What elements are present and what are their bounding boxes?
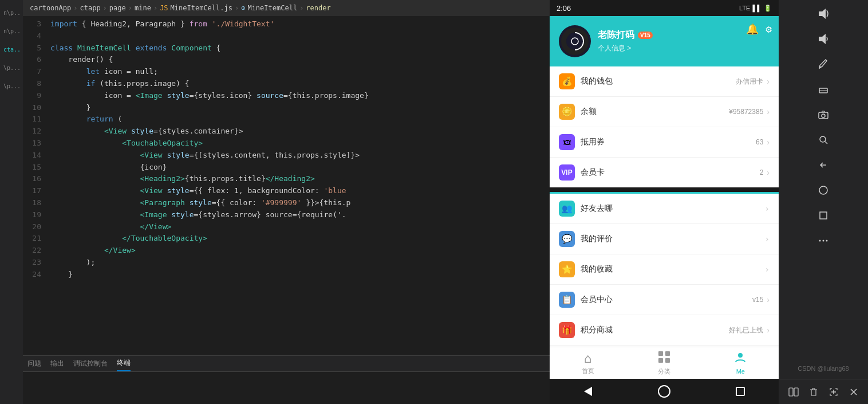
category-icon bbox=[658, 351, 670, 366]
svg-point-15 bbox=[819, 240, 821, 242]
coupon-icon: 🎟 bbox=[559, 134, 575, 150]
favorites-item[interactable]: ⭐ 我的收藏 › bbox=[550, 254, 779, 285]
nav-home[interactable]: ⌂ 首页 bbox=[550, 351, 626, 375]
svg-point-16 bbox=[823, 240, 824, 242]
me-icon bbox=[734, 351, 747, 367]
back-button[interactable] bbox=[581, 385, 595, 398]
profile-info: 老陈打码 V15 个人信息 > bbox=[598, 29, 653, 53]
points-item[interactable]: 🎁 积分商城 好礼已上线 › bbox=[550, 315, 779, 346]
home-icon: ⌂ bbox=[584, 351, 591, 366]
code-content[interactable]: 34567 89101112 1314151617 1819202122 232… bbox=[23, 16, 550, 355]
coupon-item[interactable]: 🎟 抵用券 63 › bbox=[550, 127, 779, 158]
settings-icon[interactable]: ⚙ bbox=[766, 23, 772, 35]
review-icon: 💬 bbox=[559, 231, 575, 247]
friends-item[interactable]: 👥 好友去哪 › bbox=[550, 194, 779, 224]
tab-terminal[interactable]: 终端 bbox=[117, 356, 131, 371]
member-item[interactable]: 📋 会员中心 v15 › bbox=[550, 285, 779, 315]
status-icons: LTE ▌▌ 🔋 bbox=[739, 5, 772, 12]
back-icon[interactable] bbox=[814, 156, 833, 174]
code-text[interactable]: import { Heading2, Paragraph } from './W… bbox=[46, 16, 550, 355]
wallet-label: 我的钱包 bbox=[581, 76, 730, 87]
phone-simulator: 2:06 LTE ▌▌ 🔋 🔔 ⚙ bbox=[550, 0, 779, 404]
me-label: Me bbox=[736, 368, 745, 375]
camera-icon[interactable] bbox=[814, 105, 833, 124]
sidebar-item-2[interactable]: n\p... bbox=[1, 23, 22, 39]
breadcrumb: cartoonApp › ctapp › page › mine › JS Mi… bbox=[23, 0, 550, 16]
favorites-label: 我的收藏 bbox=[581, 264, 759, 274]
breadcrumb-mine: mine bbox=[135, 4, 151, 12]
support-item[interactable]: 🎧 客服中心 › bbox=[550, 346, 779, 347]
search-icon[interactable] bbox=[814, 131, 833, 149]
svg-point-17 bbox=[826, 240, 828, 242]
eraser-icon[interactable] bbox=[814, 80, 833, 99]
volume-up-icon[interactable] bbox=[814, 5, 833, 23]
menu-list: 👥 好友去哪 › 💬 我的评价 › ⭐ 我的收藏 › 📋 会员中心 v15 › bbox=[550, 194, 779, 347]
review-chevron: › bbox=[765, 234, 770, 244]
nav-me[interactable]: Me bbox=[703, 351, 779, 375]
wallet-item[interactable]: 💰 我的钱包 办信用卡 › bbox=[550, 66, 779, 97]
pen-icon[interactable] bbox=[814, 55, 833, 73]
line-14: <View style={[styles.content, this.props… bbox=[46, 150, 550, 162]
line-11: return ( bbox=[46, 113, 550, 125]
coupon-chevron: › bbox=[767, 138, 770, 147]
line-23: ); bbox=[46, 257, 550, 269]
square-icon[interactable] bbox=[814, 206, 833, 225]
home-button[interactable] bbox=[657, 385, 671, 398]
review-item[interactable]: 💬 我的评价 › bbox=[550, 224, 779, 254]
vip-card-item[interactable]: VIP 会员卡 2 › bbox=[550, 158, 779, 187]
expand-icon[interactable] bbox=[826, 384, 842, 400]
terminal-content[interactable] bbox=[23, 372, 550, 404]
vip-label: 会员卡 bbox=[581, 167, 754, 178]
line-numbers: 34567 89101112 1314151617 1819202122 232… bbox=[23, 16, 46, 355]
profile-subtitle[interactable]: 个人信息 > bbox=[598, 44, 653, 53]
vip-icon: VIP bbox=[559, 164, 575, 181]
svg-rect-2 bbox=[658, 351, 663, 356]
recents-button[interactable] bbox=[733, 385, 747, 398]
home-label: 首页 bbox=[582, 367, 594, 375]
svg-rect-3 bbox=[665, 351, 670, 356]
sidebar-item-4[interactable]: \p... bbox=[1, 60, 22, 76]
line-24: } bbox=[46, 269, 550, 281]
notification-icon[interactable]: 🔔 bbox=[746, 23, 759, 35]
svg-rect-19 bbox=[794, 388, 798, 396]
bottom-panel: 问题 输出 调试控制台 终端 bbox=[23, 355, 550, 404]
breadcrumb-js-icon: JS bbox=[160, 4, 168, 12]
circle-icon[interactable] bbox=[814, 181, 833, 199]
balance-item[interactable]: 🪙 余额 ¥95872385 › bbox=[550, 97, 779, 127]
sidebar-item-5[interactable]: \p... bbox=[1, 78, 22, 94]
sidebar-item-3[interactable]: cta... bbox=[1, 41, 22, 57]
balance-chevron: › bbox=[767, 107, 770, 116]
profile-header: 🔔 ⚙ 老陈打码 V15 个人信息 > bbox=[550, 16, 779, 66]
svg-point-12 bbox=[820, 136, 826, 142]
vip-right: 2 › bbox=[760, 168, 770, 177]
delete-icon[interactable] bbox=[806, 384, 822, 400]
vip-chevron: › bbox=[767, 168, 770, 177]
volume-down-icon[interactable] bbox=[814, 30, 833, 48]
member-label: 会员中心 bbox=[581, 295, 747, 305]
tab-debug-console[interactable]: 调试控制台 bbox=[73, 356, 108, 371]
line-7: let icon = null; bbox=[46, 66, 550, 78]
breadcrumb-cartoonapp: cartoonApp bbox=[30, 4, 71, 12]
member-chevron: › bbox=[767, 295, 770, 304]
svg-point-6 bbox=[738, 353, 743, 358]
tab-problems[interactable]: 问题 bbox=[27, 356, 41, 371]
tab-output[interactable]: 输出 bbox=[50, 356, 64, 371]
line-19: <Image style={styles.arrow} source={requ… bbox=[46, 209, 550, 221]
profile-name: 老陈打码 V15 bbox=[598, 29, 653, 41]
close-icon[interactable] bbox=[846, 384, 862, 400]
lte-icon: LTE bbox=[739, 5, 750, 11]
line-5: class MineItemCell extends Component { bbox=[46, 42, 550, 54]
more-options-icon[interactable] bbox=[814, 232, 833, 250]
category-label: 分类 bbox=[658, 367, 670, 376]
split-view-icon[interactable] bbox=[786, 384, 802, 400]
battery-icon: 🔋 bbox=[764, 5, 772, 12]
line-12: <View style={styles.container}> bbox=[46, 125, 550, 138]
sidebar-item-1[interactable]: n\p... bbox=[1, 5, 22, 21]
nav-category[interactable]: 分类 bbox=[626, 351, 702, 376]
points-icon: 🎁 bbox=[559, 322, 575, 338]
bottom-nav: ⌂ 首页 分类 bbox=[550, 347, 779, 379]
line-10: } bbox=[46, 102, 550, 114]
code-editor: cartoonApp › ctapp › page › mine › JS Mi… bbox=[23, 0, 550, 404]
right-panel: CSDN @liulang68 bbox=[779, 0, 868, 404]
breadcrumb-class: MineItemCell bbox=[247, 4, 297, 12]
